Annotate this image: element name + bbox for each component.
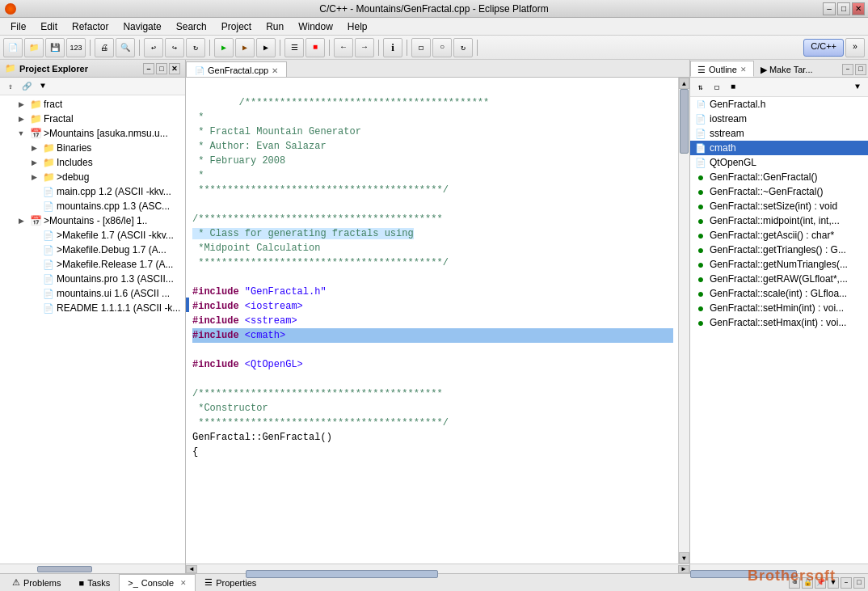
outline-item-getascii[interactable]: ● GenFractal::getAscii() : char* [690,228,868,243]
tree-item-mountains[interactable]: ▼ 📅 >Mountains [asuka.nmsu.u... [0,126,185,141]
menu-project[interactable]: Project [214,19,259,35]
next-button[interactable]: → [355,38,374,57]
toolbar-extra1[interactable]: ◻ [411,38,431,57]
close-button[interactable]: ✕ [852,2,865,15]
stop-button[interactable]: ■ [305,38,325,57]
editor-vertical-scrollbar[interactable]: ▲ ▼ [678,78,689,564]
menu-refactor[interactable]: Refactor [65,19,116,35]
outline-item-scale[interactable]: ● GenFractal::scale(int) : GLfloa... [690,286,868,301]
build-button[interactable]: ☰ [284,38,304,57]
redo-button[interactable]: ↪ [165,38,184,57]
tree-item-binaries[interactable]: ▶ 📁 Binaries [0,141,185,155]
prev-button[interactable]: ← [334,38,353,57]
scroll-right-btn[interactable]: ▶ [678,565,689,573]
panel-close-btn[interactable]: ✕ [169,63,180,74]
tab-outline[interactable]: ☰ Outline ✕ [690,61,754,77]
outline-item-genfractal-h[interactable]: 📄 GenFractal.h [690,97,868,112]
print-button[interactable]: 🖨 [95,38,114,57]
toolbar-extra3[interactable]: ↻ [453,38,473,57]
tree-item-mountains-cpp[interactable]: 📄 mountains.cpp 1.3 (ASC... [0,199,185,213]
hide-fields-btn[interactable]: ◻ [710,80,724,95]
outline-item-midpoint[interactable]: ● GenFractal::midpoint(int, int,... [690,213,868,228]
edit-btn[interactable]: i [383,38,402,57]
link-editor-btn[interactable]: 🔗 [19,79,34,94]
outline-item-qtopengl[interactable]: 📄 QtOpenGL [690,155,868,170]
collapse-all-btn[interactable]: ⇧ [3,79,18,94]
run-button[interactable]: ▶ [214,38,234,57]
outline-item-ctor[interactable]: ● GenFractal::GenFractal() [690,170,868,184]
toolbar-extra2[interactable]: ○ [432,38,452,57]
scroll-up-btn[interactable]: ▲ [679,78,689,89]
open-button[interactable]: 📁 [24,38,44,57]
code-editor[interactable]: /***************************************… [186,78,689,564]
tab-console[interactable]: >_ Console ✕ [119,574,196,592]
menu-edit[interactable]: Edit [33,19,65,35]
right-panel-minimize[interactable]: – [842,64,853,75]
menu-search[interactable]: Search [169,19,214,35]
search-button[interactable]: 🔍 [116,38,135,57]
right-panel-maximize[interactable]: □ [855,64,866,75]
tree-item-debug[interactable]: ▶ 📁 >debug [0,170,185,184]
outline-tab-close[interactable]: ✕ [740,65,747,74]
tree-item-makefile[interactable]: 📄 >Makefile 1.7 (ASCII -kkv... [0,228,185,243]
menu-run[interactable]: Run [259,19,291,35]
scroll-thumb[interactable] [680,89,689,154]
tree-item-makefile-debug[interactable]: 📄 >Makefile.Debug 1.7 (A... [0,243,185,257]
tree-item-fract[interactable]: ▶ 📁 fract [0,97,185,112]
outline-item-getraw[interactable]: ● GenFractal::getRAW(GLfloat*,... [690,272,868,286]
outline-item-getnumtriangles[interactable]: ● GenFractal::getNumTriangles(... [690,257,868,272]
toolbar-overflow[interactable]: » [845,38,865,57]
tab-problems[interactable]: ⚠ Problems [3,574,70,592]
panel-maximize-btn[interactable]: □ [156,63,167,74]
tree-item-fractal[interactable]: ▶ 📁 Fractal [0,112,185,126]
save-button[interactable]: 💾 [45,38,65,57]
left-panel-scrollbar[interactable] [0,564,185,573]
refresh-button[interactable]: ↻ [186,38,205,57]
hide-static-btn[interactable]: ■ [726,80,740,95]
tree-item-mountains-ui[interactable]: 📄 mountains.ui 1.6 (ASCII ... [0,286,185,301]
external-button[interactable]: ▶ [256,38,276,57]
scroll-left-btn[interactable]: ◀ [186,565,197,573]
menu-btn[interactable]: ▼ [36,79,50,94]
outline-item-sstream[interactable]: 📄 sstream [690,126,868,141]
tab-make-tar[interactable]: ▶ Make Tar... [754,61,820,77]
editor-tab-genfractal[interactable]: 📄 GenFractal.cpp ✕ [186,61,287,78]
console-tab-close[interactable]: ✕ [180,579,187,587]
tab-close-btn[interactable]: ✕ [272,66,278,75]
tree-item-readme[interactable]: 📄 README 1.1.1.1 (ASCII -k... [0,301,185,315]
new-button[interactable]: 📄 [3,38,23,57]
sort-btn[interactable]: ⇅ [693,80,708,95]
tree-item-makefile-release[interactable]: 📄 >Makefile.Release 1.7 (A... [0,257,185,272]
minimize-button[interactable]: – [823,2,836,15]
tree-item-main-cpp[interactable]: 📄 main.cpp 1.2 (ASCII -kkv... [0,184,185,199]
outline-menu-btn[interactable]: ▼ [850,80,865,95]
tree-item-mountains2[interactable]: ▶ 📅 >Mountains - [x86/le] 1.. [0,213,185,228]
scroll-track[interactable] [679,89,689,552]
tree-item-includes[interactable]: ▶ 📁 Includes [0,155,185,170]
console-maximize-btn[interactable]: □ [853,577,865,589]
menu-window[interactable]: Window [291,19,340,35]
perspective-button[interactable]: C/C++ [803,39,844,57]
tab-icon: 📄 [195,66,204,75]
outline-item-sethmin[interactable]: ● GenFractal::setHmin(int) : voi... [690,301,868,315]
outline-item-dtor[interactable]: ● GenFractal::~GenFractal() [690,184,868,199]
debug-button[interactable]: ▶ [235,38,255,57]
outline-item-cmath[interactable]: 📄 cmath [690,141,868,155]
h-scroll-thumb[interactable] [246,570,438,578]
undo-button[interactable]: ↩ [144,38,163,57]
save-all-button[interactable]: 123 [66,38,86,57]
console-minimize-btn[interactable]: – [841,577,852,589]
menu-file[interactable]: File [3,19,33,35]
maximize-button[interactable]: □ [837,2,850,15]
tab-tasks[interactable]: ■ Tasks [70,574,119,592]
scroll-down-btn[interactable]: ▼ [679,552,689,564]
outline-item-setsize[interactable]: ● GenFractal::setSize(int) : void [690,199,868,213]
outline-item-iostream[interactable]: 📄 iostream [690,112,868,126]
tree-item-mountains-pro[interactable]: 📄 Mountains.pro 1.3 (ASCII... [0,272,185,286]
editor-horizontal-scrollbar[interactable]: ◀ ▶ [186,564,689,573]
panel-minimize-btn[interactable]: – [143,63,154,74]
menu-navigate[interactable]: Navigate [116,19,168,35]
outline-item-sethmax[interactable]: ● GenFractal::setHmax(int) : voi... [690,315,868,330]
outline-item-gettriangles[interactable]: ● GenFractal::getTriangles() : G... [690,243,868,257]
menu-help[interactable]: Help [340,19,375,35]
